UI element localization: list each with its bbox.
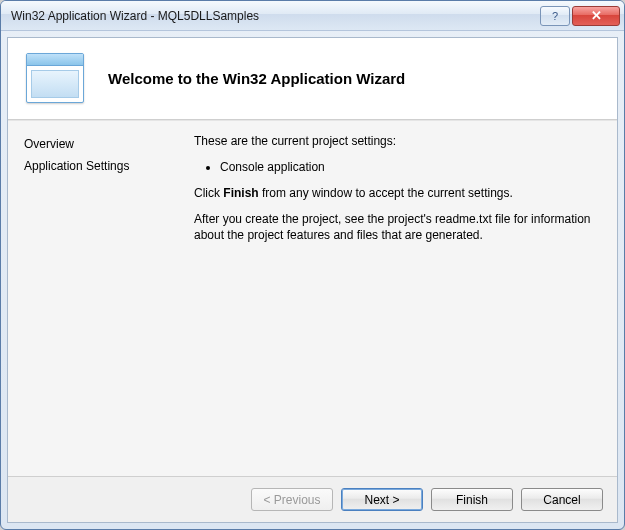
button-label: Cancel	[543, 493, 580, 507]
next-button[interactable]: Next >	[341, 488, 423, 511]
body: Overview Application Settings These are …	[8, 120, 617, 476]
button-label: Finish	[456, 493, 488, 507]
sidebar-item-label: Overview	[24, 137, 74, 151]
page-title: Welcome to the Win32 Application Wizard	[108, 70, 405, 87]
footer: < Previous Next > Finish Cancel	[8, 476, 617, 522]
help-button[interactable]: ?	[540, 6, 570, 26]
previous-button: < Previous	[251, 488, 333, 511]
close-icon: ✕	[591, 8, 602, 23]
click-finish-text: Click Finish from any window to accept t…	[194, 185, 599, 201]
sidebar: Overview Application Settings	[8, 121, 188, 476]
button-label: < Previous	[263, 493, 320, 507]
finish-button[interactable]: Finish	[431, 488, 513, 511]
content: These are the current project settings: …	[188, 121, 617, 476]
titlebar-buttons: ? ✕	[538, 6, 620, 26]
readme-note: After you create the project, see the pr…	[194, 211, 599, 243]
finish-emphasis: Finish	[223, 186, 258, 200]
titlebar: Win32 Application Wizard - MQL5DLLSample…	[1, 1, 624, 31]
button-label: Next >	[364, 493, 399, 507]
settings-list-item: Console application	[220, 159, 599, 175]
sidebar-item-application-settings[interactable]: Application Settings	[20, 155, 176, 177]
app-window-icon	[26, 53, 86, 105]
close-button[interactable]: ✕	[572, 6, 620, 26]
settings-list: Console application	[194, 159, 599, 175]
wizard-window: Win32 Application Wizard - MQL5DLLSample…	[0, 0, 625, 530]
sidebar-item-overview[interactable]: Overview	[20, 133, 176, 155]
help-icon: ?	[552, 10, 558, 22]
header: Welcome to the Win32 Application Wizard	[8, 38, 617, 120]
client-area: Welcome to the Win32 Application Wizard …	[7, 37, 618, 523]
window-title: Win32 Application Wizard - MQL5DLLSample…	[11, 9, 538, 23]
sidebar-item-label: Application Settings	[24, 159, 129, 173]
cancel-button[interactable]: Cancel	[521, 488, 603, 511]
intro-text: These are the current project settings:	[194, 133, 599, 149]
